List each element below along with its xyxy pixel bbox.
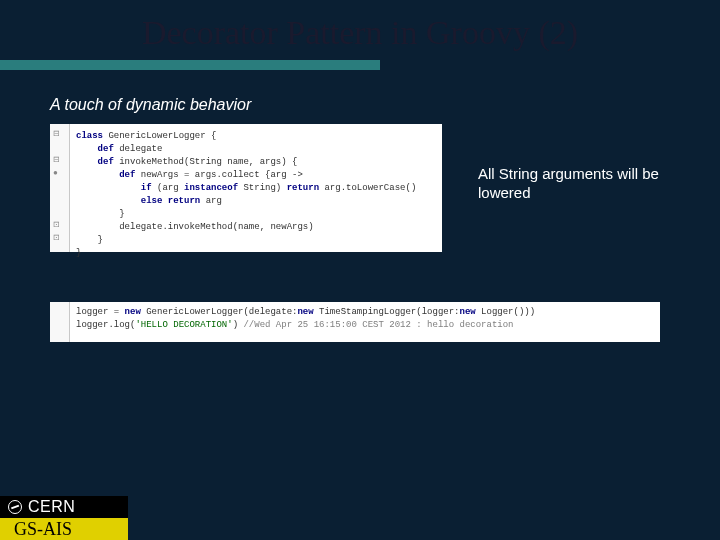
footer: CERN GS-AIS (0, 496, 128, 540)
org-label: CERN (28, 498, 75, 516)
annotation-text: All String arguments will be lowered (478, 165, 678, 203)
slide-title: Decorator Pattern in Groovy (2) (0, 0, 720, 60)
title-underline (0, 60, 380, 70)
code-content: logger = new GenericLowerLogger(delegate… (76, 306, 652, 332)
code-block-class: ⊟ ⊟ ● ⊡ ⊡ class GenericLowerLogger { def… (50, 124, 442, 252)
fold-icon: ⊟ (53, 129, 60, 138)
gutter (50, 302, 70, 342)
cern-logo-icon (8, 500, 22, 514)
fold-end-icon: ⊡ (53, 220, 60, 229)
fold-icon: ⊟ (53, 155, 60, 164)
subtitle: A touch of dynamic behavior (0, 70, 720, 124)
fold-end-icon: ⊡ (53, 233, 60, 242)
footer-org-bar: CERN (0, 496, 128, 518)
gutter: ⊟ ⊟ ● ⊡ ⊡ (50, 124, 70, 252)
code-block-usage: logger = new GenericLowerLogger(delegate… (50, 302, 660, 342)
code-content: class GenericLowerLogger { def delegate … (76, 130, 434, 260)
dept-label: GS-AIS (0, 518, 128, 540)
marker-icon: ● (53, 168, 58, 177)
